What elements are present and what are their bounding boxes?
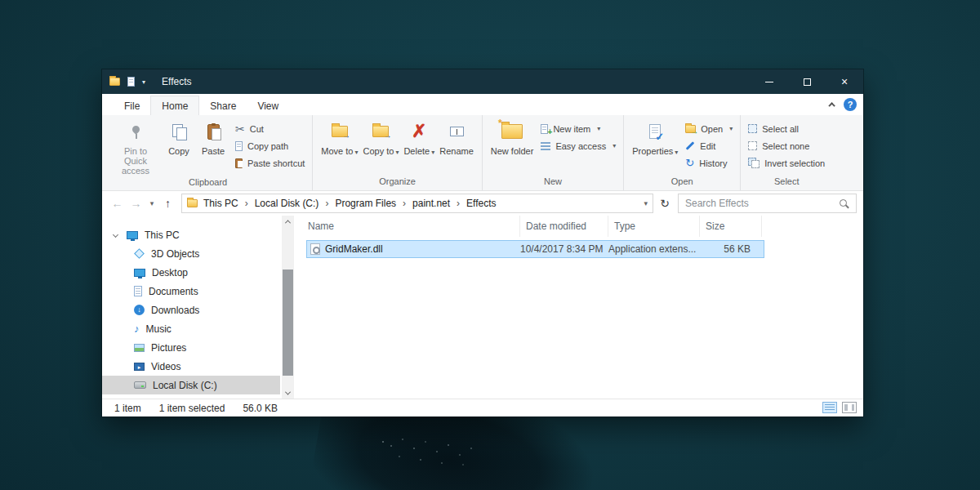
copy-path-button[interactable]: Copy path — [235, 140, 305, 152]
new-folder-icon — [501, 124, 523, 139]
address-folder-icon — [187, 199, 198, 207]
close-icon: × — [841, 75, 848, 88]
qat-dropdown-icon[interactable]: ▾ — [142, 78, 145, 86]
status-item-count: 1 item — [114, 403, 141, 414]
ribbon-corner: ? — [831, 98, 857, 111]
file-date-modified: 10/4/2017 8:34 PM — [520, 243, 608, 255]
new-item-button[interactable]: + New item ▾ — [541, 122, 616, 135]
expander-icon[interactable] — [113, 232, 118, 238]
navigation-scrollbar[interactable] — [282, 216, 294, 399]
downloads-icon: ↓ — [134, 305, 145, 315]
collapse-ribbon-icon[interactable] — [828, 102, 835, 109]
easy-access-button[interactable]: Easy access ▾ — [541, 140, 616, 152]
history-icon: ↻ — [685, 158, 694, 168]
local-disk-icon — [134, 381, 146, 389]
window-folder-icon — [109, 78, 120, 86]
details-view-icon[interactable] — [822, 402, 837, 413]
paste-shortcut-button[interactable]: Paste shortcut — [235, 157, 305, 169]
scrollbar-thumb[interactable] — [283, 270, 293, 376]
open-button[interactable]: → Open ▾ — [685, 122, 733, 135]
move-to-button[interactable]: → Move to▾ — [318, 118, 360, 158]
breadcrumb-this-pc[interactable]: This PC — [198, 195, 243, 212]
thumbnails-view-icon[interactable] — [842, 402, 857, 413]
new-folder-sparkle-icon: * — [498, 118, 502, 128]
invert-selection-button[interactable]: Invert selection — [748, 157, 825, 169]
sidebar-item-local-disk-c[interactable]: Local Disk (C:) — [102, 376, 280, 394]
search-input[interactable] — [685, 198, 839, 209]
properties-label: Properties — [632, 146, 673, 156]
rename-button[interactable]: Rename — [437, 118, 476, 156]
cut-button[interactable]: ✂ Cut — [235, 122, 305, 135]
up-button[interactable]: ↑ — [159, 198, 176, 209]
sidebar-item-pictures[interactable]: Pictures — [102, 338, 280, 357]
sidebar-item-3d-objects[interactable]: 3D Objects — [102, 244, 280, 263]
copy-button[interactable]: Copy — [162, 118, 196, 156]
close-button[interactable]: × — [826, 69, 863, 94]
minimize-button[interactable] — [751, 69, 788, 94]
column-header-date-modified[interactable]: Date modified — [520, 216, 608, 237]
minimize-icon — [765, 82, 773, 82]
ribbon-group-select: Select all Select none Invert selection … — [741, 115, 832, 190]
scroll-down-icon[interactable] — [282, 387, 294, 399]
this-pc-icon — [127, 231, 138, 239]
history-label: History — [699, 158, 727, 168]
history-button[interactable]: ↻ History — [685, 157, 733, 169]
copy-to-caret-icon: ▾ — [395, 149, 399, 156]
tab-file[interactable]: File — [114, 96, 150, 115]
invert-selection-icon — [748, 158, 760, 168]
open-arrow-icon: → — [690, 127, 698, 136]
breadcrumb-local-disk[interactable]: Local Disk (C:) — [250, 195, 324, 212]
new-folder-button[interactable]: * New folder — [488, 118, 537, 156]
open-caret-icon: ▾ — [729, 125, 733, 132]
move-to-caret-icon: ▾ — [354, 149, 358, 156]
select-all-button[interactable]: Select all — [748, 122, 825, 135]
paste-button[interactable]: Paste — [196, 118, 230, 156]
breadcrumb-separator-icon: › — [244, 198, 249, 209]
sidebar-item-this-pc[interactable]: This PC — [102, 225, 280, 244]
sidebar-item-desktop[interactable]: Desktop — [102, 263, 280, 282]
tab-share[interactable]: Share — [199, 96, 247, 115]
back-button[interactable]: ← — [109, 198, 126, 209]
pin-icon — [130, 124, 141, 140]
search-icon[interactable] — [839, 198, 849, 209]
scroll-up-icon[interactable] — [282, 216, 294, 227]
pin-label: Pin to Quick access — [112, 146, 159, 176]
breadcrumb-effects[interactable]: Effects — [461, 195, 501, 212]
edit-button[interactable]: Edit — [685, 140, 733, 152]
qat-properties-icon[interactable] — [127, 77, 135, 87]
recent-locations-dropdown-icon[interactable]: ▾ — [146, 200, 158, 207]
select-all-label: Select all — [762, 124, 799, 134]
help-icon[interactable]: ? — [844, 98, 857, 111]
sidebar-item-documents[interactable]: Documents — [102, 282, 280, 301]
pin-to-quick-access-button[interactable]: Pin to Quick access — [109, 118, 162, 176]
quick-access-toolbar: ▾ — [109, 77, 145, 87]
forward-button[interactable]: → — [127, 198, 145, 209]
select-none-button[interactable]: Select none — [748, 140, 825, 152]
copy-to-button[interactable]: → Copy to▾ — [360, 118, 401, 158]
sidebar-item-label: 3D Objects — [151, 248, 199, 260]
breadcrumb-program-files[interactable]: Program Files — [330, 195, 401, 212]
breadcrumb-separator-icon: › — [456, 198, 461, 209]
maximize-button[interactable] — [788, 69, 826, 94]
music-icon: ♪ — [134, 323, 140, 334]
copy-path-label: Copy path — [247, 141, 288, 151]
tab-view[interactable]: View — [247, 96, 289, 115]
address-dropdown-icon[interactable]: ▾ — [644, 199, 648, 207]
column-header-size[interactable]: Size — [700, 216, 762, 237]
address-bar[interactable]: This PC › Local Disk (C:) › Program File… — [181, 194, 653, 213]
titlebar[interactable]: ▾ Effects × — [102, 69, 863, 94]
sidebar-item-videos[interactable]: ▸ Videos — [102, 357, 280, 376]
explorer-window: ▾ Effects × File Home Share View ? Pin t… — [102, 69, 863, 416]
column-header-type[interactable]: Type — [608, 216, 700, 237]
file-row-gridmaker-dll[interactable]: GridMaker.dll 10/4/2017 8:34 PM Applicat… — [306, 240, 764, 258]
3d-objects-icon — [134, 248, 145, 259]
properties-button[interactable]: ✓ Properties▾ — [630, 118, 680, 158]
delete-button[interactable]: ✗ Delete▾ — [401, 118, 437, 158]
column-header-name[interactable]: Name — [294, 216, 520, 237]
select-none-label: Select none — [762, 141, 809, 151]
sidebar-item-downloads[interactable]: ↓ Downloads — [102, 301, 280, 319]
refresh-button[interactable]: ↻ — [655, 197, 675, 210]
sidebar-item-music[interactable]: ♪ Music — [102, 319, 280, 338]
tab-home[interactable]: Home — [150, 96, 199, 115]
breadcrumb-paint-net[interactable]: paint.net — [408, 195, 455, 212]
